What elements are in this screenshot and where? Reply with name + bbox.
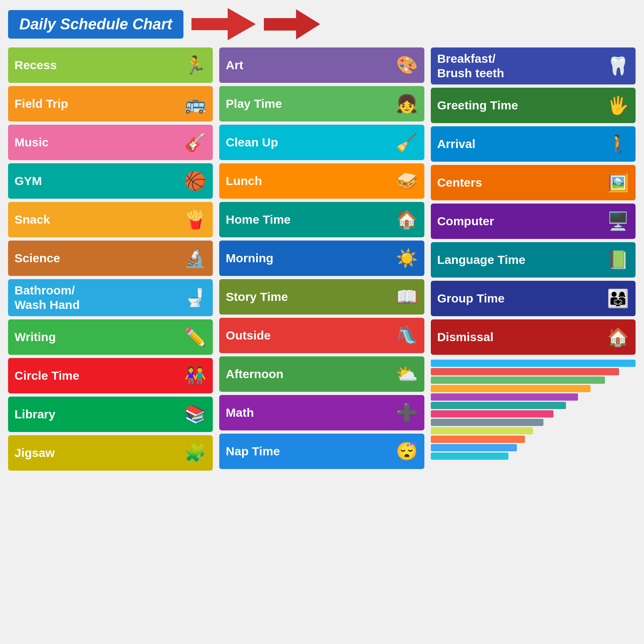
color-strip-6 bbox=[431, 410, 554, 418]
col1-icon-5: 🔬 bbox=[184, 248, 206, 269]
arrow-icon-1 bbox=[191, 8, 256, 40]
col1-card-1: Field Trip🚌 bbox=[8, 86, 213, 121]
col2-icon-8: ⛅ bbox=[396, 364, 418, 385]
col1-label-4: Snack bbox=[14, 212, 50, 227]
col3-card-2: Arrival🚶 bbox=[431, 126, 636, 162]
col3-icon-5: 📗 bbox=[607, 249, 629, 270]
color-strip-1 bbox=[431, 368, 619, 375]
col2-label-9: Math bbox=[226, 405, 254, 420]
col3-card-3: Centers🖼️ bbox=[431, 165, 636, 200]
col1-label-0: Recess bbox=[14, 58, 57, 72]
col3-icon-3: 🖼️ bbox=[607, 172, 629, 193]
header-row: Daily Schedule Chart bbox=[8, 8, 636, 40]
arrow-icon-2 bbox=[264, 9, 320, 39]
col3-label-0: Breakfast/Brush teeth bbox=[437, 51, 504, 80]
col2-icon-9: ➕ bbox=[396, 402, 418, 423]
col1-card-6: Bathroom/Wash Hand🚽 bbox=[8, 279, 213, 316]
col3-card-4: Computer🖥️ bbox=[431, 204, 636, 239]
col1-label-6: Bathroom/Wash Hand bbox=[14, 283, 80, 312]
col1-icon-2: 🎸 bbox=[184, 132, 206, 153]
col2-label-7: Outside bbox=[226, 328, 271, 343]
col2-label-0: Art bbox=[226, 58, 243, 72]
col2-icon-2: 🧹 bbox=[396, 132, 418, 153]
color-strip-7 bbox=[431, 419, 543, 426]
color-strip-2 bbox=[431, 377, 605, 384]
col1-label-7: Writing bbox=[14, 330, 56, 344]
col1-card-2: Music🎸 bbox=[8, 125, 213, 160]
column-2: Art🎨Play Time👧Clean Up🧹Lunch🥪Home Time🏠M… bbox=[219, 47, 424, 469]
col2-card-10: Nap Time😴 bbox=[219, 434, 424, 469]
col1-card-9: Library📚 bbox=[8, 397, 213, 432]
col3-label-6: Group Time bbox=[437, 291, 505, 306]
col1-icon-4: 🍟 bbox=[184, 209, 206, 230]
column-1: Recess🏃Field Trip🚌Music🎸GYM🏀Snack🍟Scienc… bbox=[8, 47, 213, 471]
col2-card-3: Lunch🥪 bbox=[219, 163, 424, 199]
col1-card-8: Circle Time👫 bbox=[8, 358, 213, 393]
col3-card-7: Dismissal🏠 bbox=[431, 319, 636, 355]
col2-label-8: Afternoon bbox=[226, 367, 283, 381]
col3-card-0: Breakfast/Brush teeth🦷 bbox=[431, 47, 636, 84]
col1-label-2: Music bbox=[14, 135, 49, 150]
col2-label-6: Story Time bbox=[226, 290, 288, 304]
col1-card-4: Snack🍟 bbox=[8, 202, 213, 237]
col2-icon-6: 📖 bbox=[396, 286, 418, 307]
col2-card-2: Clean Up🧹 bbox=[219, 125, 424, 160]
col2-label-5: Morning bbox=[226, 251, 273, 265]
col2-icon-5: ☀️ bbox=[396, 248, 418, 269]
col2-icon-1: 👧 bbox=[396, 93, 418, 114]
col2-card-0: Art🎨 bbox=[219, 47, 424, 83]
col1-icon-6: 🚽 bbox=[184, 287, 206, 308]
col2-card-4: Home Time🏠 bbox=[219, 202, 424, 237]
col2-card-5: Morning☀️ bbox=[219, 241, 424, 276]
color-strips bbox=[431, 360, 636, 460]
col3-icon-1: 🖐️ bbox=[607, 95, 629, 116]
color-strip-4 bbox=[431, 393, 578, 401]
svg-marker-0 bbox=[191, 8, 256, 40]
col1-icon-7: ✏️ bbox=[184, 327, 206, 348]
color-strip-0 bbox=[431, 360, 636, 367]
col2-label-1: Play Time bbox=[226, 97, 282, 111]
col1-label-3: GYM bbox=[14, 174, 42, 188]
columns-container: Recess🏃Field Trip🚌Music🎸GYM🏀Snack🍟Scienc… bbox=[8, 47, 636, 471]
col1-label-9: Library bbox=[14, 407, 56, 422]
col2-icon-0: 🎨 bbox=[396, 55, 418, 76]
col3-icon-4: 🖥️ bbox=[607, 211, 629, 232]
col2-card-1: Play Time👧 bbox=[219, 86, 424, 121]
col3-card-6: Group Time👨‍👩‍👧 bbox=[431, 281, 636, 316]
col3-card-5: Language Time📗 bbox=[431, 242, 636, 278]
col3-label-7: Dismissal bbox=[437, 330, 494, 344]
color-strip-5 bbox=[431, 402, 566, 409]
col3-icon-7: 🏠 bbox=[607, 327, 629, 348]
col2-card-8: Afternoon⛅ bbox=[219, 356, 424, 392]
column-3: Breakfast/Brush teeth🦷Greeting Time🖐️Arr… bbox=[431, 47, 636, 460]
col3-label-3: Centers bbox=[437, 175, 482, 190]
col2-card-9: Math➕ bbox=[219, 395, 424, 430]
col3-label-4: Computer bbox=[437, 214, 494, 228]
col1-icon-0: 🏃 bbox=[184, 55, 206, 76]
color-strip-8 bbox=[431, 427, 533, 434]
color-strip-3 bbox=[431, 385, 591, 392]
color-strip-9 bbox=[431, 436, 525, 443]
col1-icon-10: 🧩 bbox=[184, 442, 206, 463]
col2-label-10: Nap Time bbox=[226, 444, 280, 459]
col3-card-1: Greeting Time🖐️ bbox=[431, 88, 636, 123]
col2-label-4: Home Time bbox=[226, 212, 290, 227]
col1-label-8: Circle Time bbox=[14, 368, 79, 383]
col2-icon-7: 🛝 bbox=[396, 325, 418, 346]
col1-icon-9: 📚 bbox=[184, 404, 206, 425]
color-strip-11 bbox=[431, 453, 509, 460]
title-box: Daily Schedule Chart bbox=[8, 10, 183, 39]
page-title: Daily Schedule Chart bbox=[19, 16, 172, 33]
col1-label-1: Field Trip bbox=[14, 97, 68, 111]
col1-icon-3: 🏀 bbox=[184, 171, 206, 191]
col1-label-10: Jigsaw bbox=[14, 446, 55, 460]
col1-card-7: Writing✏️ bbox=[8, 319, 213, 355]
col3-label-1: Greeting Time bbox=[437, 98, 518, 113]
col3-icon-6: 👨‍👩‍👧 bbox=[607, 288, 629, 309]
col1-icon-8: 👫 bbox=[184, 365, 206, 386]
col1-label-5: Science bbox=[14, 251, 60, 265]
col3-label-5: Language Time bbox=[437, 253, 526, 267]
col2-icon-10: 😴 bbox=[396, 441, 418, 462]
col3-label-2: Arrival bbox=[437, 137, 475, 151]
col2-card-6: Story Time📖 bbox=[219, 279, 424, 315]
